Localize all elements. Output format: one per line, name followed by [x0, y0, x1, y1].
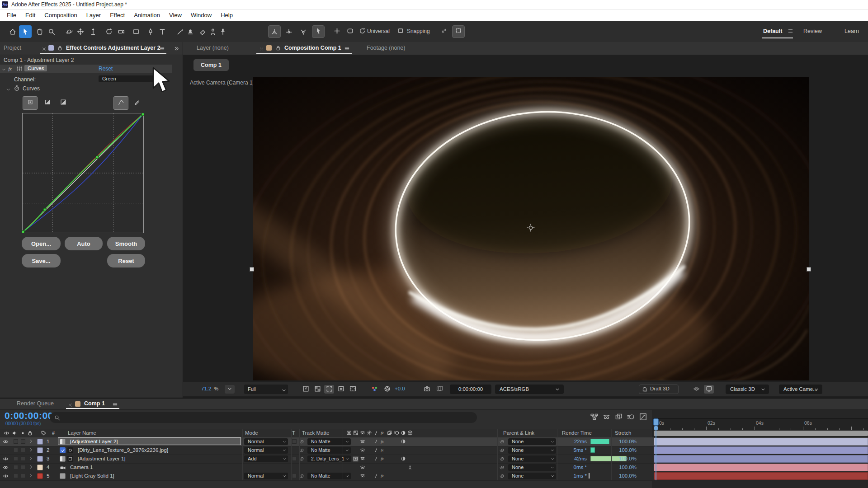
open-button[interactable]: Open...: [22, 237, 61, 250]
time-ruler[interactable]: 0s02s04s06s: [654, 418, 868, 430]
channel-rgb-icon[interactable]: [369, 385, 379, 394]
resolution-select[interactable]: Full: [244, 385, 288, 394]
current-time-display[interactable]: 0:00:00:00: [5, 410, 53, 421]
menu-window[interactable]: Window: [186, 9, 216, 21]
curve-size-medium-button[interactable]: [40, 96, 55, 110]
magnification-value[interactable]: 71.2: [201, 386, 211, 391]
layer-handle-right[interactable]: [807, 267, 811, 272]
close-icon[interactable]: [42, 45, 47, 53]
layer-duration-bar[interactable]: [654, 472, 868, 480]
pen-tool[interactable]: [144, 25, 157, 38]
fast-preview-icon[interactable]: [301, 385, 311, 394]
transfer-controls-icon[interactable]: [346, 430, 352, 436]
col-layer-name[interactable]: Layer Name: [68, 430, 96, 436]
curve-size-large-button[interactable]: [56, 96, 71, 110]
tab-effect-controls[interactable]: Effect Controls Adjustment Layer 2: [66, 45, 160, 51]
quality-icon[interactable]: [373, 430, 379, 436]
col-stretch[interactable]: Stretch: [615, 430, 631, 436]
gizmo-switch-icon[interactable]: [407, 465, 413, 471]
motion-blur-icon[interactable]: [394, 430, 399, 436]
solo-switch[interactable]: [14, 456, 18, 461]
parent-pickwhip[interactable]: [499, 439, 505, 445]
track-matte-select[interactable]: No Matte: [307, 438, 351, 445]
reset-link[interactable]: Reset: [99, 66, 113, 72]
menu-animation[interactable]: Animation: [129, 9, 165, 21]
menu-effect[interactable]: Effect: [105, 9, 129, 21]
panel-menu-icon[interactable]: [159, 45, 165, 53]
menu-edit[interactable]: Edit: [21, 9, 40, 21]
layer-handle-left[interactable]: [250, 267, 254, 272]
halfcircle-switch-icon[interactable]: [401, 456, 406, 462]
playhead-line[interactable]: [656, 426, 656, 480]
slash-switch-icon[interactable]: [373, 456, 379, 462]
fx-switch-icon[interactable]: fx: [380, 447, 386, 454]
composition-mini-flowchart-icon[interactable]: [590, 413, 598, 422]
playhead-handle[interactable]: [653, 418, 659, 426]
tab-render-queue[interactable]: Render Queue: [17, 400, 54, 407]
video-toggle[interactable]: [3, 473, 9, 480]
type-tool[interactable]: [156, 25, 169, 38]
fx-switch-icon[interactable]: fx: [380, 456, 386, 462]
video-toggle[interactable]: [3, 456, 9, 463]
curve-tool-button[interactable]: [113, 96, 128, 110]
effect-name-chip[interactable]: Curves: [24, 65, 47, 71]
tab-project[interactable]: Project: [4, 45, 21, 51]
layer-label-color[interactable]: [37, 447, 43, 453]
reset-button[interactable]: Reset: [107, 254, 145, 267]
lock-switch[interactable]: [21, 448, 25, 452]
selection-follows-tool[interactable]: [312, 25, 325, 38]
snapping-checkbox[interactable]: [394, 25, 407, 38]
menu-composition[interactable]: Composition: [40, 9, 81, 21]
renderer-select[interactable]: Classic 3D: [726, 385, 769, 394]
stopwatch-icon[interactable]: [14, 85, 20, 93]
video-toggle[interactable]: [3, 465, 9, 471]
layer-duration-bar[interactable]: [654, 446, 868, 454]
layer-label-color[interactable]: [37, 456, 43, 462]
playhead-handle-lower[interactable]: [654, 426, 658, 430]
expand-chevron[interactable]: [28, 456, 33, 462]
layer-name[interactable]: Camera 1: [70, 465, 93, 470]
3d-ground-plane-icon[interactable]: [691, 385, 701, 394]
slash-switch-icon[interactable]: [373, 439, 379, 445]
workspace-default[interactable]: Default: [763, 28, 782, 34]
fx-switch-icon[interactable]: fx: [380, 439, 386, 445]
magnification-dropdown-icon[interactable]: [225, 385, 235, 394]
lock-switch[interactable]: [21, 456, 25, 461]
hide-shy-layers-icon[interactable]: [360, 430, 365, 436]
lock-icon[interactable]: [57, 45, 63, 53]
search-field[interactable]: [50, 412, 477, 423]
workspace-learn[interactable]: Learn: [844, 28, 859, 34]
halfcircle-switch-icon[interactable]: [401, 439, 406, 445]
solo-switch[interactable]: [14, 448, 18, 452]
solo-switch[interactable]: [14, 439, 18, 444]
draft-3d-toggle[interactable]: Draft 3D: [639, 385, 679, 394]
workspace-menu-icon[interactable]: [788, 28, 793, 35]
workspace-review[interactable]: Review: [803, 28, 822, 34]
motion-blur-toggle-icon[interactable]: [627, 413, 635, 422]
color-space-select[interactable]: ACES/sRGB: [495, 385, 564, 394]
fx-switch-icon[interactable]: fx: [380, 473, 386, 479]
blend-mode-select[interactable]: Add: [244, 455, 288, 462]
lock-switch[interactable]: [21, 465, 25, 469]
track-matte-select[interactable]: No Matte: [307, 473, 351, 479]
comp-1-chip[interactable]: Comp 1: [193, 59, 229, 71]
blend-columns-icon[interactable]: [353, 430, 359, 436]
menu-view[interactable]: View: [165, 9, 186, 21]
shy-switch-icon[interactable]: [360, 465, 365, 471]
shy-switch-icon[interactable]: [360, 447, 365, 454]
shy-toggle-icon[interactable]: [603, 413, 610, 422]
parent-pickwhip[interactable]: [499, 456, 505, 462]
layer-label-color[interactable]: [37, 465, 43, 470]
puppet-pin-tool[interactable]: [217, 25, 229, 38]
parent-pickwhip[interactable]: [499, 473, 505, 479]
shy-switch-icon[interactable]: [360, 439, 365, 445]
layer-duration-bar[interactable]: [654, 464, 868, 471]
layer-duration-bar[interactable]: [654, 438, 868, 446]
pan-camera-tool[interactable]: [74, 25, 87, 38]
home-tool[interactable]: [6, 25, 19, 38]
layer-name[interactable]: [Adjustment Layer 1]: [78, 456, 125, 461]
timeline-layer-row[interactable]: 4Camera 1None0ms *100.0%: [0, 463, 868, 472]
panel-menu-icon[interactable]: [344, 45, 350, 53]
parent-select[interactable]: None: [508, 464, 556, 471]
menu-help[interactable]: Help: [216, 9, 237, 21]
